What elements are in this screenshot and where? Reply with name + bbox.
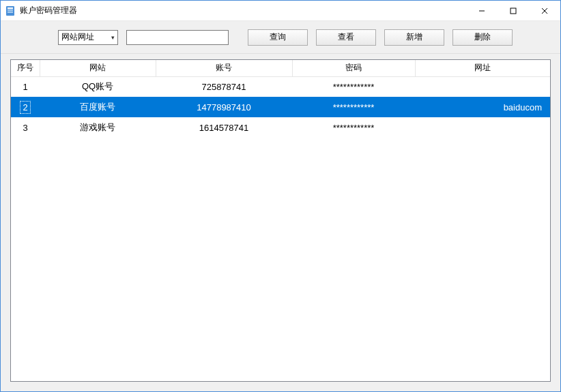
table-row[interactable]: 2百度账号14778987410************baiducom	[11, 97, 550, 117]
cell-site: 游戏账号	[40, 117, 156, 138]
filter-type-value: 网站网址	[61, 31, 94, 43]
window-controls	[466, 1, 560, 21]
search-input[interactable]	[126, 30, 229, 45]
svg-rect-5	[510, 8, 516, 14]
cell-site: 百度账号	[40, 97, 156, 117]
cell-index: 1	[11, 76, 40, 97]
window-title: 账户密码管理器	[20, 5, 77, 16]
add-button[interactable]: 新增	[384, 29, 444, 46]
titlebar: 账户密码管理器	[1, 1, 560, 21]
delete-button[interactable]: 删除	[452, 29, 513, 46]
cell-site: QQ账号	[40, 76, 156, 97]
table-row[interactable]: 3游戏账号1614578741************	[11, 117, 550, 138]
data-table: 序号 网站 账号 密码 网址 1QQ账号725878741***********…	[11, 60, 550, 138]
chevron-down-icon: ▾	[111, 34, 115, 41]
cell-url	[415, 117, 550, 138]
data-table-container: 序号 网站 账号 密码 网址 1QQ账号725878741***********…	[10, 59, 551, 382]
header-site[interactable]: 网站	[40, 60, 156, 76]
filter-type-dropdown[interactable]: 网站网址 ▾	[58, 30, 118, 45]
maximize-button[interactable]	[498, 1, 529, 21]
toolbar: 网站网址 ▾ 查询 查看 新增 删除	[1, 21, 560, 54]
cell-index: 2	[11, 97, 40, 117]
app-icon	[5, 5, 16, 16]
svg-rect-1	[8, 7, 13, 9]
table-row[interactable]: 1QQ账号725878741************	[11, 76, 550, 97]
header-index[interactable]: 序号	[11, 60, 40, 76]
header-account[interactable]: 账号	[156, 60, 292, 76]
cell-account: 1614578741	[156, 117, 292, 138]
cell-url	[415, 76, 550, 97]
header-password[interactable]: 密码	[292, 60, 415, 76]
svg-rect-3	[8, 12, 13, 13]
cell-index: 3	[11, 117, 40, 138]
svg-rect-2	[8, 10, 13, 11]
cell-url: baiducom	[415, 97, 550, 117]
cell-password: ************	[292, 76, 415, 97]
content-area: 序号 网站 账号 密码 网址 1QQ账号725878741***********…	[1, 54, 560, 391]
query-button[interactable]: 查询	[248, 29, 308, 46]
view-button[interactable]: 查看	[316, 29, 376, 46]
header-url[interactable]: 网址	[415, 60, 550, 76]
cell-password: ************	[292, 117, 415, 138]
close-button[interactable]	[529, 1, 560, 21]
table-header-row: 序号 网站 账号 密码 网址	[11, 60, 550, 76]
cell-password: ************	[292, 97, 415, 117]
minimize-button[interactable]	[466, 1, 498, 21]
cell-account: 14778987410	[156, 97, 292, 117]
app-window: 账户密码管理器 网站网址 ▾ 查询 查看 新增 删除 序号	[0, 0, 561, 392]
cell-account: 725878741	[156, 76, 292, 97]
